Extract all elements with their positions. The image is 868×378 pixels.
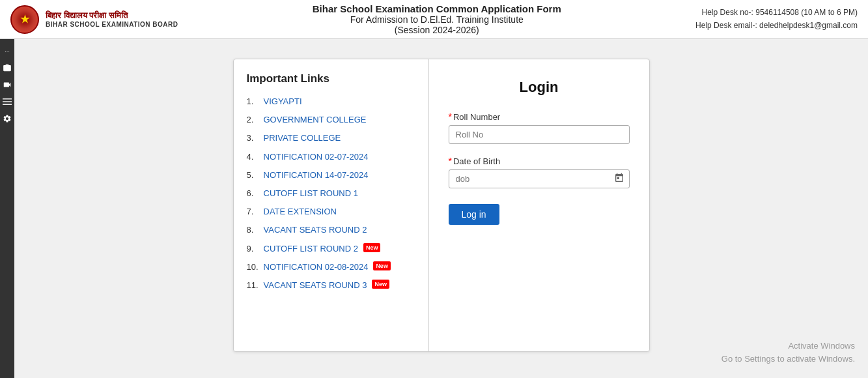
link-num: 11. <box>247 280 261 291</box>
link-num: 8. <box>247 224 261 236</box>
link-num: 9. <box>247 243 261 255</box>
link-num: 10. <box>247 261 261 273</box>
link-label[interactable]: CUTOFF LIST ROUND 1 <box>264 188 358 199</box>
sidebar-video-icon[interactable] <box>2 80 12 90</box>
login-button[interactable]: Log in <box>449 204 499 225</box>
link-num: 7. <box>247 206 261 218</box>
link-label[interactable]: NOTIFICATION 02-07-2024 <box>264 151 369 163</box>
activate-windows-watermark: Activate Windows Go to Settings to activ… <box>721 340 855 365</box>
link-label[interactable]: VACANT SEATS ROUND 2 <box>264 224 367 236</box>
roll-label: * Roll Number <box>449 111 630 122</box>
link-item: 7.DATE EXTENSION <box>247 206 415 218</box>
header-title-area: Bihar School Examination Common Applicat… <box>178 3 696 35</box>
link-item: 11.VACANT SEATS ROUND 3New <box>247 280 415 291</box>
link-label[interactable]: VIGYAPTI <box>264 96 302 108</box>
sidebar-dots-icon[interactable]: ⋯ <box>2 46 12 56</box>
logo-text: बिहार विद्यालय परीक्षा समिति BIHAR SCHOO… <box>46 10 178 28</box>
link-item: 3.PRIVATE COLLEGE <box>247 132 415 144</box>
svg-rect-3 <box>3 104 12 105</box>
svg-rect-2 <box>3 101 12 102</box>
link-item: 1.VIGYAPTI <box>247 96 415 108</box>
link-num: 3. <box>247 132 261 144</box>
link-num: 6. <box>247 188 261 199</box>
roll-required-star: * <box>449 111 452 122</box>
calendar-icon[interactable] <box>614 173 624 185</box>
left-sidebar: ⋯ <box>0 39 14 378</box>
help-email: Help Desk email-: deledhelpdesk1@gmail.c… <box>695 20 858 32</box>
header-line2: For Admission to D.El.Ed. Training Insti… <box>178 14 696 25</box>
link-label[interactable]: GOVERNMENT COLLEGE <box>264 114 367 126</box>
login-heading: Login <box>449 79 630 96</box>
header-line3: (Session 2024-2026) <box>178 25 696 35</box>
link-item: 8.VACANT SEATS ROUND 2 <box>247 224 415 236</box>
badge-new: New <box>373 261 391 271</box>
page-header: बिहार विद्यालय परीक्षा समिति BIHAR SCHOO… <box>0 0 868 39</box>
links-list: 1.VIGYAPTI2.GOVERNMENT COLLEGE3.PRIVATE … <box>247 96 415 291</box>
logo-english: BIHAR SCHOOL EXAMINATION BOARD <box>46 21 178 28</box>
header-help: Help Desk no-: 9546114508 (10 AM to 6 PM… <box>695 7 858 31</box>
logo-hindi: बिहार विद्यालय परीक्षा समिति <box>46 10 178 21</box>
link-num: 1. <box>247 96 261 108</box>
dob-input[interactable] <box>449 169 630 188</box>
links-heading: Important Links <box>247 72 415 85</box>
main-content: Important Links 1.VIGYAPTI2.GOVERNMENT C… <box>14 39 868 378</box>
link-item: 10.NOTIFICATION 02-08-2024New <box>247 261 415 273</box>
link-label[interactable]: VACANT SEATS ROUND 3 <box>264 280 367 291</box>
link-item: 2.GOVERNMENT COLLEGE <box>247 114 415 126</box>
login-panel: Login * Roll Number * Date of Birth <box>429 59 649 351</box>
activate-line2: Go to Settings to activate Windows. <box>721 353 855 366</box>
dob-required-star: * <box>449 156 452 166</box>
roll-number-input[interactable] <box>449 125 630 144</box>
badge-new: New <box>363 243 381 253</box>
link-label[interactable]: CUTOFF LIST ROUND 2 <box>264 243 358 255</box>
link-label[interactable]: NOTIFICATION 14-07-2024 <box>264 169 369 181</box>
logo-area: बिहार विद्यालय परीक्षा समिति BIHAR SCHOO… <box>10 5 178 34</box>
sidebar-camera-icon[interactable] <box>2 63 12 73</box>
badge-new: New <box>372 280 389 289</box>
header-line1: Bihar School Examination Common Applicat… <box>178 3 696 14</box>
link-label[interactable]: PRIVATE COLLEGE <box>264 132 341 144</box>
svg-rect-1 <box>3 98 12 99</box>
link-item: 4.NOTIFICATION 02-07-2024 <box>247 151 415 163</box>
dob-group: * Date of Birth <box>449 156 630 188</box>
link-num: 2. <box>247 114 261 126</box>
activate-line1: Activate Windows <box>721 340 855 353</box>
link-item: 5.NOTIFICATION 14-07-2024 <box>247 169 415 181</box>
logo-emblem <box>10 5 39 34</box>
link-num: 5. <box>247 169 261 181</box>
link-item: 9.CUTOFF LIST ROUND 2New <box>247 243 415 255</box>
sidebar-menu-icon[interactable] <box>2 96 12 107</box>
link-label[interactable]: NOTIFICATION 02-08-2024 <box>264 261 369 273</box>
link-num: 4. <box>247 151 261 163</box>
sidebar-settings-icon[interactable] <box>2 113 12 124</box>
roll-label-text: Roll Number <box>453 112 500 122</box>
link-label[interactable]: DATE EXTENSION <box>264 206 337 218</box>
roll-number-group: * Roll Number <box>449 111 630 144</box>
dob-label: * Date of Birth <box>449 156 630 166</box>
links-panel: Important Links 1.VIGYAPTI2.GOVERNMENT C… <box>234 59 429 351</box>
link-item: 6.CUTOFF LIST ROUND 1 <box>247 188 415 199</box>
help-phone: Help Desk no-: 9546114508 (10 AM to 6 PM… <box>695 7 858 19</box>
main-card: Important Links 1.VIGYAPTI2.GOVERNMENT C… <box>233 59 650 352</box>
dob-label-text: Date of Birth <box>453 156 500 166</box>
dob-input-wrapper <box>449 169 630 188</box>
